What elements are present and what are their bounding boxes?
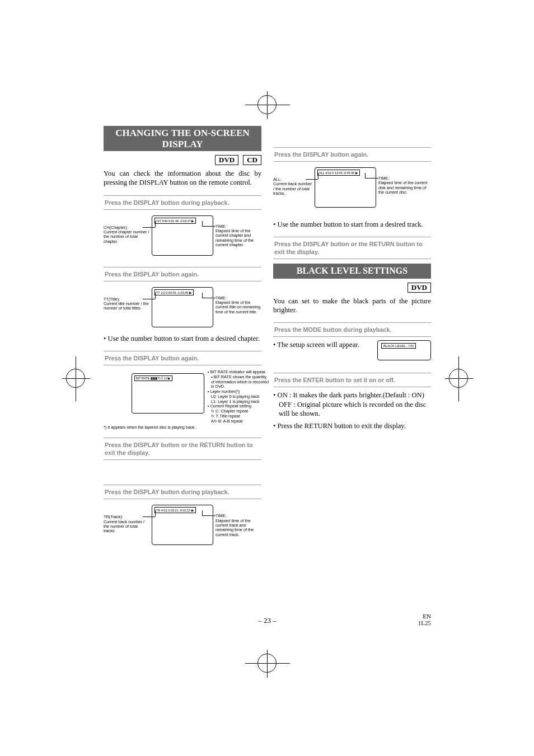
diagram-track: TR 4/12 0:03:21 -0:02:15 ▶ TR(Track): Cu… (104, 503, 261, 548)
bullet-setup-screen: The setup screen will appear. (273, 340, 368, 349)
bitrate-note-4c: A↻ B: A-B repeat (208, 419, 269, 424)
left-text: Current chapter number / the number of t… (104, 229, 149, 244)
all-right-text: Elapsed time of the current disk and rem… (378, 180, 427, 195)
diagram-bitrate: BIT RATE ▮▮▮▮ ↻C L0 ▶ • BIT RATE indicat… (104, 370, 261, 424)
lcd-text-tr: TR 4/12 0:03:21 -0:02:15 (156, 509, 190, 512)
cd-step-3: Press the DISPLAY button or the RETURN b… (273, 237, 431, 259)
disc-label-cd: CD (243, 155, 261, 165)
footer-id: 1L25 (418, 619, 431, 626)
lcd-text-2: TT 1/2 0:00:00 -1:03:45 (156, 291, 188, 294)
setup-lcd: BLACK LEVEL : ON (381, 343, 416, 349)
left-text-2: Current title number / the number of tot… (104, 301, 149, 311)
bitrate-note-2: • BIT RATE shows the quantity of informa… (208, 375, 269, 389)
bitrate-bars: ▮▮▮▮ (151, 377, 157, 380)
lcd-text: CH 7/49 0:01:46 -0:03:27 (156, 219, 191, 223)
page-number: – 23 – (258, 616, 277, 625)
intro-text: You can check the information about the … (104, 170, 261, 187)
diagram-chapter: CH 7/49 0:01:46 -0:03:27 ▶ CH(Chapter): … (104, 213, 261, 259)
bitrate-layer: L0 (164, 377, 167, 380)
cd-step-1: Press the DISPLAY button during playback… (104, 485, 261, 499)
footer-code: EN 1L25 (418, 613, 431, 626)
section-title-blacklevel: BLACK LEVEL SETTINGS (273, 264, 431, 278)
step-1: Press the DISPLAY button during playback… (104, 195, 261, 210)
blacklevel-step-1: Press the MODE button during playback. (273, 322, 431, 337)
step-3: Press the DISPLAY button again. (104, 351, 261, 365)
right-text-2: Elapsed time of the current title on rem… (216, 300, 260, 314)
step-2: Press the DISPLAY button again. (104, 267, 261, 281)
bullet-off: OFF : Original picture which is recorded… (279, 400, 431, 419)
registration-mark-bottom (257, 654, 277, 673)
section-title-display: CHANGING THE ON-SCREEN DISPLAY (104, 126, 261, 151)
bullet-track-number: Use the number button to start from a de… (273, 220, 431, 229)
bullet-on: ON : It makes the dark parts brighter.(D… (278, 391, 424, 399)
tr-right-text: Elapsed time of the current track and re… (216, 518, 254, 537)
registration-mark-right (449, 369, 468, 388)
disc-labels-2: DVD (273, 282, 431, 293)
disc-labels: DVD CD (104, 154, 261, 165)
blacklevel-intro: You can set to make the black parts of t… (273, 297, 431, 314)
step-4: Press the DISPLAY button or the RETURN b… (104, 438, 261, 460)
disc-label-dvd-2: DVD (407, 283, 431, 293)
tr-left-text: Current track number / the number of tot… (104, 519, 144, 534)
diagram-title: TT 1/2 0:00:00 -1:03:45 ▶ TT(Title): Cur… (104, 285, 261, 331)
setup-screen: BLACK LEVEL : ON (377, 340, 431, 360)
cd-step-2: Press the DISPLAY button again. (273, 147, 431, 162)
footer-en: EN (423, 613, 431, 619)
blacklevel-step-2: Press the ENTER button to set it on or o… (273, 373, 431, 387)
bitrate-repeat: ↻C (158, 377, 163, 380)
right-text: Elapsed time of the current chapter and … (216, 228, 254, 247)
disc-label-dvd: DVD (215, 155, 238, 165)
bitrate-label: BIT RATE (136, 377, 149, 380)
diagram-all: ALL 4/12 0:13:45 -0:45:40 ▶ ALL: Current… (273, 165, 431, 217)
registration-mark-left (66, 369, 85, 388)
bullet-return: Press the RETURN button to exit the disp… (273, 421, 431, 430)
all-left-text: Current track number / the number of tot… (273, 181, 312, 196)
registration-mark-top (257, 95, 277, 114)
bullet-chapter-number: Use the number button to start from a de… (104, 334, 261, 343)
lcd-text-all: ALL 4/12 0:13:45 -0:45:40 (319, 171, 354, 175)
bullet-on-off: ON : It makes the dark parts brighter.(D… (273, 391, 431, 418)
bitrate-footnote: *) It appears when the layered disc is p… (104, 425, 261, 430)
